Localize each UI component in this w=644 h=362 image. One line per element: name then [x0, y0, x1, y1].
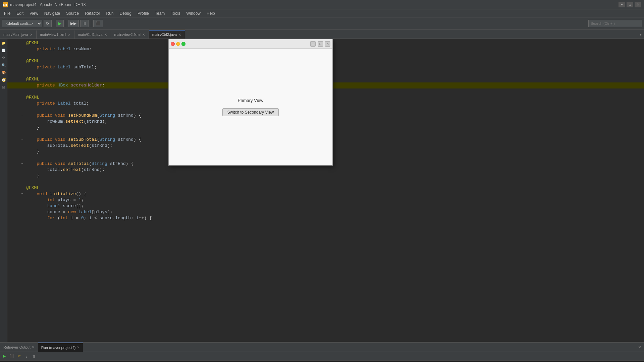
sidebar-inspector-icon[interactable]: 🔍	[1, 62, 6, 68]
title-bar: NB mavenproject4 - Apache NetBeans IDE 1…	[0, 0, 644, 9]
code-line-23: }	[7, 173, 644, 179]
toolbar-build-button[interactable]: ⟳	[44, 20, 52, 27]
menu-refactor[interactable]: Refactor	[82, 10, 103, 16]
javafx-winbtn-close[interactable]: ✕	[325, 41, 330, 47]
javafx-winbtn-min[interactable]: −	[310, 41, 316, 47]
tab-view1-fxml[interactable]: main/view1.fxml ✕	[37, 31, 74, 39]
javafx-titlebar: − □ ✕	[169, 39, 332, 49]
code-line-27: int plays = 1;	[7, 197, 644, 203]
toolbar-stop-button[interactable]: ⬛	[93, 20, 103, 27]
toolbar-debug-button[interactable]: ▶▶	[68, 20, 79, 27]
sidebar-navigator-icon[interactable]: 🧭	[1, 77, 6, 82]
sidebar-palette-icon[interactable]: 🎨	[1, 70, 6, 75]
code-line-22: total.setText(strRnd);	[7, 167, 644, 173]
sidebar-files-icon[interactable]: 📄	[1, 48, 6, 53]
win-close-button[interactable]: ✕	[635, 2, 641, 7]
menu-edit[interactable]: Edit	[14, 10, 26, 16]
output-scroll-button[interactable]: ↓	[23, 353, 30, 359]
menu-profile[interactable]: Profile	[135, 10, 152, 16]
menu-help[interactable]: Help	[204, 10, 218, 16]
output-tab-run[interactable]: Run (mavenproject4) ✕	[38, 343, 83, 352]
code-line-25: @FXML	[7, 185, 644, 191]
menu-team[interactable]: Team	[152, 10, 167, 16]
close-tab-main-java[interactable]: ✕	[30, 33, 33, 37]
code-line-26: − void initialize() {	[7, 191, 644, 197]
javafx-content: Primary View Switch to Secondary View	[169, 49, 332, 165]
close-tab-ctrl2-java[interactable]: ✕	[178, 33, 181, 37]
output-run-button[interactable]: ▶	[1, 353, 7, 359]
toolbar-run-button[interactable]: ▶	[56, 20, 64, 27]
toolbar-separator-2	[66, 20, 66, 27]
output-tab-run-close[interactable]: ✕	[77, 346, 79, 349]
output-panel-close[interactable]: ✕	[638, 345, 644, 350]
close-tab-view2-fxml[interactable]: ✕	[142, 33, 145, 37]
code-line-24	[7, 179, 644, 185]
window-controls: − □ ✕	[619, 2, 641, 7]
primary-view-label: Primary View	[238, 98, 263, 103]
toolbar: <default confi...> ⟳ ▶ ▶▶ ⏸ ⬛	[0, 17, 644, 29]
menu-view[interactable]: View	[27, 10, 41, 16]
win-maximize-button[interactable]: □	[627, 2, 633, 7]
menu-run[interactable]: Run	[104, 10, 116, 16]
output-content: --- maven-resources-plugin:2.6:resources…	[0, 361, 644, 362]
toolbar-separator-3	[91, 20, 91, 27]
tab-overflow-arrow[interactable]: ▾	[637, 31, 644, 39]
javafx-dialog: − □ ✕ Primary View Switch to Secondary V…	[168, 39, 333, 166]
sidebar-tasks-icon[interactable]: ☑	[1, 84, 6, 90]
output-toolbar: ▶ ⬛ ⟳ ↓ 🗑	[0, 352, 644, 361]
code-editor[interactable]: @FXML private Label rowNum; @FXML privat…	[7, 39, 644, 342]
menu-source[interactable]: Source	[63, 10, 82, 16]
menu-window[interactable]: Window	[183, 10, 203, 16]
menu-navigate[interactable]: Navigate	[42, 10, 63, 16]
tab-view2-fxml[interactable]: main/view2.fxml ✕	[111, 31, 149, 39]
sidebar-projects-icon[interactable]: 📁	[1, 40, 6, 46]
output-panel: Retriever Output ✕ Run (mavenproject4) ✕…	[0, 342, 644, 362]
menu-debug[interactable]: Debug	[117, 10, 134, 16]
toolbar-profile-button[interactable]: ⏸	[80, 20, 89, 27]
output-tab-bar: Retriever Output ✕ Run (mavenproject4) ✕…	[0, 343, 644, 352]
search-input[interactable]	[588, 20, 642, 27]
switch-to-secondary-view-button[interactable]: Switch to Secondary View	[222, 108, 279, 116]
main-layout: 📁 📄 ⚙ 🔍 🎨 🧭 ☑ @FXML private Label rowNum…	[0, 39, 644, 342]
close-tab-view1-fxml[interactable]: ✕	[67, 33, 71, 37]
sidebar-services-icon[interactable]: ⚙	[1, 55, 6, 60]
app-icon: NB	[3, 2, 8, 7]
output-tab-retriever-close[interactable]: ✕	[32, 345, 35, 349]
code-line-28: Label score[];	[7, 203, 644, 209]
output-rerun-button[interactable]: ⟳	[16, 353, 22, 359]
javafx-min-dot[interactable]	[176, 42, 180, 46]
menu-bar: File Edit View Navigate Source Refactor …	[0, 9, 644, 17]
left-sidebar: 📁 📄 ⚙ 🔍 🎨 🧭 ☑	[0, 39, 7, 342]
menu-tools[interactable]: Tools	[168, 10, 183, 16]
javafx-close-dot[interactable]	[171, 42, 175, 46]
javafx-win-controls: − □ ✕	[310, 41, 330, 47]
code-line-30: for (int i = 0; i < score.length; i++) {	[7, 215, 644, 221]
output-stop-button[interactable]: ⬛	[9, 353, 15, 359]
tab-main-java[interactable]: main/Main.java ✕	[0, 31, 37, 39]
win-minimize-button[interactable]: −	[619, 2, 625, 7]
tab-ctrl2-java[interactable]: main/Ctrl2.java ✕	[149, 30, 185, 39]
config-select[interactable]: <default confi...>	[2, 20, 42, 27]
javafx-winbtn-max[interactable]: □	[318, 41, 323, 47]
close-tab-ctrl1-java[interactable]: ✕	[104, 33, 107, 37]
toolbar-separator-1	[54, 20, 54, 27]
tab-bar: main/Main.java ✕ main/view1.fxml ✕ main/…	[0, 29, 644, 39]
output-clear-button[interactable]: 🗑	[31, 353, 37, 359]
javafx-max-dot[interactable]	[181, 42, 185, 46]
menu-file[interactable]: File	[1, 10, 13, 16]
output-tab-retriever[interactable]: Retriever Output ✕	[0, 343, 38, 352]
title-text: mavenproject4 - Apache NetBeans IDE 13	[10, 2, 86, 7]
code-line-29: score = new Label[plays];	[7, 209, 644, 215]
tab-ctrl1-java[interactable]: main/Ctrl1.java ✕	[74, 31, 111, 39]
